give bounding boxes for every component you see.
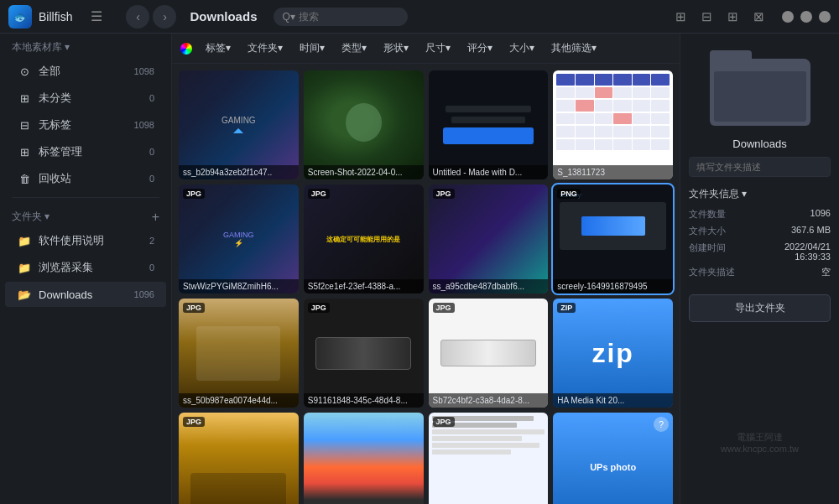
sidebar-item-count: 0 [149, 174, 154, 184]
right-panel: Downloads 文件夹信息 ▾ 文件数量 1096 文件大小 367.6 M… [680, 34, 839, 504]
folder-filter-button[interactable]: 文件夹▾ [241, 39, 289, 58]
sidebar-item-label: Downloads [39, 288, 131, 301]
app-logo-icon: 🐟 [13, 10, 28, 23]
sidebar-item-count: 1098 [134, 120, 154, 130]
search-prefix[interactable]: Q▾ [282, 11, 294, 23]
content-area: 标签▾ 文件夹▾ 时间▾ 类型▾ 形状▾ 尺寸▾ 评分▾ 大小▾ 其他筛选▾ G… [172, 34, 680, 504]
sidebar-item-usage-guide[interactable]: 📁 软件使用说明 2 [5, 228, 166, 253]
trash-icon: 🗑 [17, 171, 32, 186]
sidebar-item-count: 0 [149, 93, 154, 103]
view-sort-button[interactable]: ⊠ [749, 7, 769, 27]
sidebar-item-all[interactable]: ⊙ 全部 1098 [5, 59, 166, 84]
info-label: 文件大小 [689, 225, 726, 237]
time-filter-button[interactable]: 时间▾ [293, 39, 331, 58]
media-item[interactable]: JPG Sb72c4bf2-c3a8-4da2-8... [429, 299, 549, 408]
info-label: 文件夹描述 [689, 266, 735, 278]
media-item[interactable]: JPG 这确定可可能能用用的是 S5f2ce1ef-23ef-4388-a... [304, 184, 424, 294]
media-badge: ZIP [557, 303, 576, 313]
sidebar-folder-section[interactable]: 文件夹 ▾ + [0, 203, 171, 227]
hamburger-button[interactable]: ☰ [84, 5, 109, 28]
media-label: screely-1649916879495 [553, 279, 673, 294]
media-item[interactable]: JPG S_13901866 [179, 413, 299, 504]
nav-back-button[interactable]: ‹ [126, 5, 149, 29]
filesize-filter-button[interactable]: 大小▾ [503, 39, 541, 58]
media-item[interactable]: JPG ss_a95cdbe487dbabf6... [429, 184, 549, 294]
info-value: 1096 [810, 208, 831, 221]
rating-filter-button[interactable]: 评分▾ [461, 39, 499, 58]
tag-filter-button[interactable]: 标签▾ [199, 39, 237, 58]
sidebar-item-unsorted[interactable]: ⊞ 未分类 0 [5, 86, 166, 111]
shape-filter-button[interactable]: 形状▾ [377, 39, 415, 58]
info-row-created: 创建时间 2022/04/21 16:39:33 [689, 242, 831, 262]
media-label: S_13811723 [553, 165, 673, 179]
sidebar: 本地素材库 ▾ ⊙ 全部 1098 ⊞ 未分类 0 ⊟ 无标签 1098 ⊞ 标… [0, 34, 172, 504]
sidebar-item-label: 无标签 [39, 117, 131, 132]
app-logo: 🐟 [8, 5, 32, 29]
close-button[interactable] [819, 11, 831, 23]
media-item[interactable]: JPG S91161848-345c-48d4-8... [304, 299, 424, 408]
media-badge: JPG [183, 417, 205, 427]
panel-folder-name: Downloads [689, 138, 831, 150]
sidebar-item-label: 全部 [39, 64, 131, 79]
add-folder-button[interactable]: + [152, 210, 159, 224]
watermark: 電腦王阿達 [680, 431, 839, 444]
type-filter-button[interactable]: 类型▾ [335, 39, 373, 58]
minimize-button[interactable] [782, 11, 794, 23]
media-label: HA Media Kit 20... [553, 393, 673, 408]
other-filter-button[interactable]: 其他筛选▾ [545, 39, 603, 58]
sidebar-item-count: 0 [149, 147, 154, 157]
media-label: Untitled - Made with D... [429, 165, 549, 179]
media-label: ss_a95cdbe487dbabf6... [429, 279, 549, 294]
media-grid: GAMING◢◣ ss_b2b94a3zeb2f1c47.. Screen-Sh… [172, 64, 680, 504]
media-label: S91161848-345c-48d4-8... [304, 393, 424, 408]
sidebar-item-trash[interactable]: 🗑 回收站 0 [5, 166, 166, 191]
media-item[interactable]: JPG ss_50b987ea0074e44d... [179, 299, 299, 408]
sidebar-item-label: 标签管理 [39, 144, 146, 159]
sidebar-section-title[interactable]: 本地素材库 ▾ [0, 34, 171, 58]
media-item[interactable]: ZIP zip HA Media Kit 20... [553, 299, 673, 408]
sidebar-item-browser[interactable]: 📁 浏览器采集 0 [5, 255, 166, 280]
sidebar-item-untagged[interactable]: ⊟ 无标签 1098 [5, 112, 166, 138]
media-badge: JPG [183, 303, 205, 313]
media-item[interactable]: PNG screely screely-1649916879495 [553, 184, 673, 294]
info-section-title[interactable]: 文件夹信息 ▾ [689, 187, 831, 201]
unsorted-icon: ⊞ [17, 91, 32, 106]
size-filter-button[interactable]: 尺寸▾ [419, 39, 457, 58]
media-item[interactable]: S_13811723 [553, 70, 673, 179]
folder-description-input[interactable] [689, 157, 831, 177]
media-item[interactable]: JPG GAMING⚡ StwWizPYGiM8ZmihH6... [179, 184, 299, 294]
all-icon: ⊙ [17, 64, 32, 79]
search-input[interactable] [299, 11, 391, 23]
maximize-button[interactable] [800, 11, 812, 23]
media-badge: JPG [433, 189, 455, 199]
media-item[interactable]: UPs photo ? [553, 413, 673, 504]
browser-icon: 📁 [17, 260, 32, 275]
export-folder-button[interactable]: 导出文件夹 [689, 294, 831, 322]
view-detail-button[interactable]: ⊟ [697, 7, 717, 27]
media-label: Screen-Shot-2022-04-0... [304, 165, 424, 179]
info-row-desc: 文件夹描述 空 [689, 266, 831, 278]
media-item[interactable]: Screen-Shot-2022-04-0... [304, 70, 424, 179]
media-item[interactable]: JPG photo [429, 413, 549, 504]
view-grid-button[interactable]: ⊞ [671, 7, 690, 27]
media-item[interactable]: GAMING◢◣ ss_b2b94a3zeb2f1c47.. [179, 70, 299, 179]
info-label: 文件数量 [689, 208, 726, 221]
sidebar-item-downloads[interactable]: 📂 Downloads 1096 [5, 282, 166, 307]
view-list-button[interactable]: ⊞ [723, 7, 743, 27]
filter-bar: 标签▾ 文件夹▾ 时间▾ 类型▾ 形状▾ 尺寸▾ 评分▾ 大小▾ 其他筛选▾ [172, 34, 680, 64]
media-label: S5f2ce1ef-23ef-4388-a... [304, 279, 424, 294]
color-filter-icon[interactable] [180, 43, 192, 55]
view-buttons: ⊞ ⊟ ⊞ ⊠ [671, 7, 769, 27]
media-item[interactable]: Untitled - Made with D... [429, 70, 549, 179]
media-item[interactable]: photo-1564514186755... [304, 413, 424, 504]
untagged-icon: ⊟ [17, 117, 32, 132]
sidebar-item-tag-manage[interactable]: ⊞ 标签管理 0 [5, 139, 166, 164]
media-label: StwWizPYGiM8ZmihH6... [179, 279, 299, 294]
media-label: ss_b2b94a3zeb2f1c47.. [179, 165, 299, 179]
media-badge: PNG [557, 189, 581, 199]
search-bar[interactable]: Q▾ [274, 8, 408, 26]
nav-forward-button[interactable]: › [153, 5, 176, 29]
nav-buttons: ‹ › [126, 5, 176, 29]
sidebar-divider [12, 197, 159, 198]
sidebar-item-count: 1098 [134, 66, 154, 76]
